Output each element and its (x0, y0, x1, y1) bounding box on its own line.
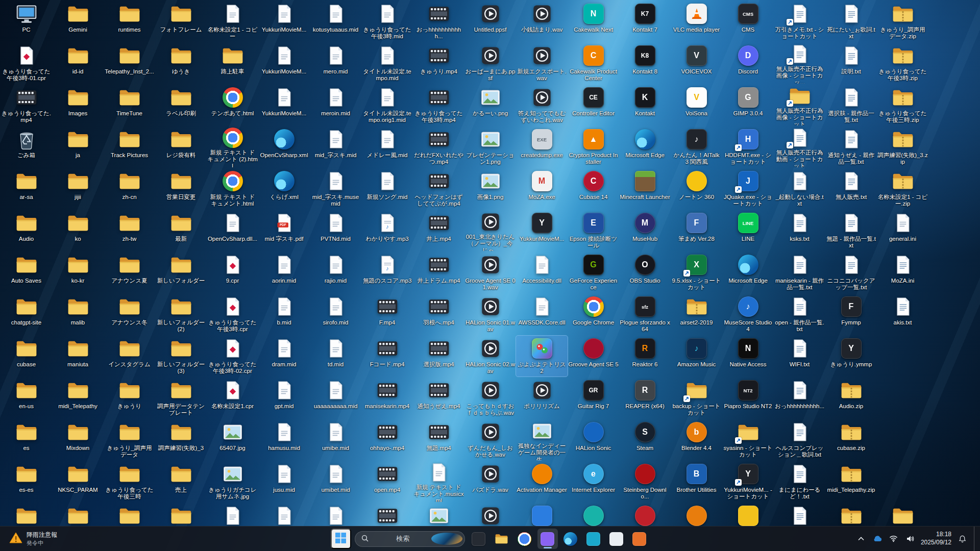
desktop-icon[interactable]: midi_Telepathy (52, 378, 104, 418)
taskbar-orange-app[interactable] (629, 529, 650, 549)
desktop-icon[interactable]: Groove Agent SE 01.wav (464, 252, 516, 293)
desktop-icon[interactable]: だれだFXいれたやつ.mp4 (413, 127, 464, 167)
desktop-icon[interactable]: malib (52, 294, 104, 335)
desktop-icon[interactable]: 新規エクスポート.wav (516, 43, 568, 84)
desktop-icon[interactable]: zh-tw (104, 210, 155, 251)
desktop-icon[interactable]: 路上駐車 (207, 43, 258, 84)
desktop-icon[interactable]: 営業日変更 (155, 168, 207, 209)
desktop-icon[interactable] (877, 503, 928, 527)
desktop-icon[interactable]: VVoiSona (671, 85, 722, 126)
desktop-icon[interactable]: 無人販売不正行為画像 - ショートカット (774, 85, 825, 126)
desktop-icon[interactable]: Untitled.ppsf (464, 1, 516, 42)
desktop-icon[interactable]: 新しいフォルダー (155, 252, 207, 293)
desktop-icon[interactable]: Accessibility.dll (516, 252, 568, 293)
desktop-icon[interactable]: きゅうり食ってた.mp4 (1, 85, 52, 126)
desktop-icon[interactable]: YYukkuriMovieM... - ショートカット (722, 461, 774, 502)
desktop-icon[interactable]: MMuseHub (619, 210, 671, 251)
desktop-icon[interactable]: 調声練習(失敗)_3 (155, 419, 207, 460)
desktop-icon[interactable]: EEpson 接続診断ツール (568, 210, 619, 251)
desktop-icon[interactable]: maniuta (52, 336, 104, 377)
desktop-icon[interactable] (104, 503, 155, 527)
desktop-icon[interactable]: くらげ.xml (258, 168, 310, 209)
desktop-icon[interactable]: ohhayo-.mp4 (361, 419, 413, 460)
desktop-icon[interactable]: GRGuitar Rig 7 (568, 378, 619, 418)
desktop-icon[interactable]: 死にたい_ぉ歌詞.txt (825, 1, 877, 42)
desktop-icon[interactable]: ksks.txt (774, 210, 825, 251)
desktop-icon[interactable]: gpt.mid (258, 378, 310, 418)
desktop-icon[interactable]: kotusytuaaus.mid (310, 1, 361, 42)
desktop-icon[interactable]: きゅうり (104, 378, 155, 418)
desktop-icon[interactable]: きゅうり_調声用データ.zip (877, 1, 928, 42)
desktop-icon[interactable]: open - 親作品一覧.txt (774, 294, 825, 335)
desktop-icon[interactable]: es (1, 419, 52, 460)
taskbar-microsoft-edge[interactable] (560, 529, 581, 549)
desktop-icon[interactable]: Fコード.mp4 (361, 336, 413, 377)
desktop-icon[interactable]: cubase (1, 336, 52, 377)
desktop-icon[interactable]: OpenCvSharp.dll... (207, 210, 258, 251)
desktop-icon[interactable]: アナウンス夏 (104, 252, 155, 293)
desktop-icon[interactable]: ko-kr (52, 252, 104, 293)
desktop-icon[interactable]: 井上.mp4 (413, 210, 464, 251)
desktop-icon[interactable]: ko (52, 210, 104, 251)
desktop-icon[interactable]: まにまにわーるど！.txt (774, 461, 825, 502)
desktop-icon[interactable]: F.mp4 (361, 294, 413, 335)
desktop-icon[interactable]: RREAPER (x64) (619, 378, 671, 418)
notification-bell-icon[interactable] (957, 532, 968, 546)
desktop-icon[interactable]: かるーい.png (464, 85, 516, 126)
desktop-icon[interactable]: Auto Saves (1, 252, 52, 293)
desktop-icon[interactable]: ♪無題のスコア.mp3 (361, 252, 413, 293)
desktop-icon[interactable]: CCakewalk Product Center (568, 43, 619, 84)
desktop-icon[interactable]: CCubase 14 (568, 168, 619, 209)
desktop-icon[interactable]: PDFmid 字スキ.pdf (258, 210, 310, 251)
desktop-icon[interactable]: 無題 - 親作品一覧.txt (825, 210, 877, 251)
search-highlight-image[interactable] (431, 533, 462, 545)
desktop-icon[interactable]: 孤独なインディーゲーム開発者の一生... (516, 419, 568, 460)
desktop-icon[interactable]: 新規ソング.mid (361, 168, 413, 209)
desktop-icon[interactable]: 9.cpr (207, 252, 258, 293)
desktop-icon[interactable]: K7Kontakt 7 (619, 1, 671, 42)
desktop-icon[interactable]: 新規 テキスト ドキュメント (2).html (207, 127, 258, 167)
desktop-icon[interactable]: ar-sa (1, 168, 52, 209)
desktop-icon[interactable]: DDiscord (722, 43, 774, 84)
desktop-icon[interactable]: cubase.zip (825, 419, 877, 460)
desktop-icon[interactable]: manisekarin - 親作品一覧.txt (774, 252, 825, 293)
taskbar-teal-app[interactable] (583, 529, 604, 549)
desktop-icon[interactable]: id-id (52, 43, 104, 84)
desktop-icon[interactable]: Google Chrome (568, 294, 619, 335)
desktop-icon[interactable]: 小銭詰まり.wav (516, 1, 568, 42)
desktop-icon[interactable]: タイトル未設定.tempo.orig1.mid (361, 85, 413, 126)
desktop-icon[interactable]: dram.mid (258, 336, 310, 377)
desktop-icon[interactable] (671, 503, 722, 527)
desktop-icon[interactable]: 通知うぜえ - 親作品一覧.txt (825, 127, 877, 167)
taskbar-google-chrome[interactable] (514, 529, 535, 549)
desktop-icon[interactable]: きゅうりガチコレ用サムネ.jpg (207, 461, 258, 502)
taskbar-clock[interactable]: 18:18 2025/09/12 (921, 531, 951, 546)
desktop-icon[interactable] (722, 503, 774, 527)
desktop-icon[interactable]: mid_字スキ.musemid (310, 168, 361, 209)
desktop-icon[interactable]: 選択肢 - 親作品一覧.txt (825, 85, 877, 126)
desktop-icon[interactable]: midi_Telepathy.zip (825, 461, 877, 502)
desktop-icon[interactable]: umibet.mid (310, 461, 361, 502)
desktop-icon[interactable] (155, 503, 207, 527)
desktop-icon[interactable]: HALion Sonic 01.wav (464, 294, 516, 335)
desktop-icon[interactable]: Gemini (52, 1, 104, 42)
desktop-icon[interactable]: bBlender 4.4 (671, 419, 722, 460)
desktop-icon[interactable]: es-es (1, 461, 52, 502)
desktop-icon[interactable]: syasinn - ショートカット (722, 419, 774, 460)
desktop-icon[interactable]: jusu.mid (258, 461, 310, 502)
desktop-icon[interactable] (413, 503, 464, 527)
desktop-icon[interactable]: OpenCvSharp.xml (258, 127, 310, 167)
desktop-icon[interactable]: HALion Sonic 02.wav (464, 336, 516, 377)
desktop-icon[interactable]: ぷよぷよテトリス2 (516, 336, 568, 377)
desktop-icon[interactable]: RReaktor 6 (619, 336, 671, 377)
desktop-icon[interactable]: NT2Piapro Studio NT2 (722, 378, 774, 418)
desktop-icon[interactable]: mid_字スキ.mid (310, 127, 361, 167)
desktop-icon[interactable] (1, 503, 52, 527)
desktop-icon[interactable]: mero.mid (310, 43, 361, 84)
desktop-icon[interactable]: テンポあて.html (207, 85, 258, 126)
desktop-icon[interactable]: ja (52, 127, 104, 167)
desktop-icon[interactable]: 羽根へ.mp4 (413, 294, 464, 335)
desktop-icon[interactable]: EXEcreatedump.exe (516, 127, 568, 167)
desktop-icon[interactable]: KKontakt (619, 85, 671, 126)
desktop-icon[interactable]: ♪Amazon Music (671, 336, 722, 377)
